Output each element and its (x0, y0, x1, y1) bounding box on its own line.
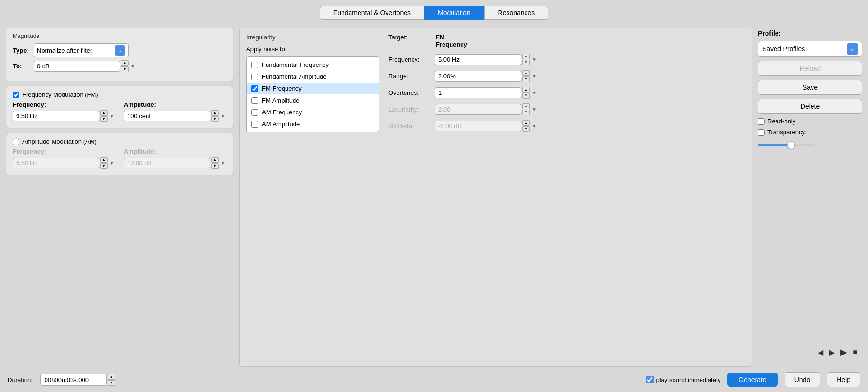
duration-up[interactable]: ▲ (108, 374, 115, 380)
fm-freq-dropdown[interactable]: ▼ (110, 113, 114, 119)
forward-button[interactable]: ▶ (829, 348, 835, 357)
am-amp-input[interactable] (124, 158, 210, 168)
irr-freq-dropdown[interactable]: ▼ (532, 57, 536, 62)
noise-check-am-freq[interactable] (251, 109, 258, 116)
fm-amp-input[interactable] (124, 111, 210, 121)
readonly-check-label[interactable]: Read-only (758, 118, 862, 125)
irr-overtones-input[interactable] (435, 87, 521, 98)
noise-check-fm-freq[interactable] (251, 85, 258, 92)
playback-controls: ◀ ▶ ▶ ■ (758, 347, 862, 367)
fm-freq-up[interactable]: ▲ (100, 110, 108, 116)
irr-range-up[interactable]: ▲ (522, 70, 530, 76)
delete-button[interactable]: Delete (758, 99, 862, 114)
irr-range-down[interactable]: ▼ (522, 76, 530, 82)
tab-modulation[interactable]: Modulation (424, 6, 484, 20)
noise-item-fund-amp[interactable]: Fundamental Amplitude (247, 71, 379, 83)
fm-checkbox[interactable] (13, 92, 19, 98)
help-button[interactable]: Help (827, 372, 860, 387)
noise-check-fund-freq[interactable] (251, 62, 258, 68)
irr-range-row: Range: ▲ ▼ ▼ (388, 70, 540, 82)
irr-lacunarity-label: Lacunarity: (388, 106, 431, 113)
irr-overtones-up[interactable]: ▲ (522, 87, 530, 93)
noise-check-fm-amp[interactable] (251, 97, 258, 104)
fm-amp-up[interactable]: ▲ (211, 110, 219, 116)
magnitude-to-spinners: ▲ ▼ (121, 60, 129, 72)
reload-button[interactable]: Reload (758, 61, 862, 76)
noise-item-am-freq[interactable]: AM Frequency (247, 106, 379, 118)
am-amp-dropdown[interactable]: ▼ (221, 160, 225, 166)
am-checkbox-label[interactable]: Amplitude Modulation (AM) (13, 138, 97, 145)
irr-dbdelta-down[interactable]: ▼ (522, 126, 530, 132)
irr-dbdelta-input[interactable] (435, 121, 521, 131)
noise-item-fund-freq[interactable]: Fundamental Frequency (247, 59, 379, 71)
profile-select[interactable]: Saved Profiles ⌄ (758, 41, 862, 57)
duration-down[interactable]: ▼ (108, 380, 115, 386)
fm-freq-input[interactable] (13, 111, 99, 121)
transparency-label: Transparency: (767, 129, 807, 136)
am-amp-up[interactable]: ▲ (211, 157, 219, 163)
tab-fundamental[interactable]: Fundamental & Overtones (320, 6, 424, 20)
undo-button[interactable]: Undo (785, 372, 820, 387)
irr-dbdelta-spin: ▲ ▼ ▼ (435, 120, 536, 132)
transparency-slider[interactable] (758, 144, 815, 146)
tab-resonances[interactable]: Resonances (484, 6, 549, 20)
magnitude-type-select[interactable]: Normalize after filter ⌄ (34, 43, 129, 57)
duration-spin: ▲ ▼ (40, 374, 115, 386)
fm-amp-down[interactable]: ▼ (211, 116, 219, 122)
magnitude-to-label: To: (13, 63, 30, 70)
transparency-checkbox[interactable] (758, 129, 765, 136)
irr-freq-down[interactable]: ▼ (522, 60, 530, 65)
target-area: Target: FMFrequency Frequency: ▲ ▼ ▼ (388, 34, 540, 361)
irr-lacunarity-input[interactable] (435, 104, 521, 115)
readonly-label: Read-only (767, 118, 795, 125)
readonly-checkbox[interactable] (758, 118, 765, 125)
irr-overtones-dropdown[interactable]: ▼ (532, 90, 536, 95)
magnitude-to-input[interactable] (34, 61, 120, 72)
stop-button[interactable]: ■ (853, 348, 858, 356)
play-immediately-checkbox[interactable] (646, 376, 654, 383)
irr-lacunarity-down[interactable]: ▼ (522, 110, 530, 115)
noise-item-fm-freq[interactable]: FM Frequency (247, 83, 379, 94)
am-freq-spin: ▲ ▼ ▼ (13, 157, 114, 169)
profile-select-arrow[interactable]: ⌄ (847, 43, 858, 55)
magnitude-to-dropdown[interactable]: ▼ (130, 64, 135, 69)
noise-item-fm-amp[interactable]: FM Amplitude (247, 94, 379, 106)
magnitude-to-up[interactable]: ▲ (121, 60, 129, 66)
transparency-check-label[interactable]: Transparency: (758, 129, 807, 136)
back-button[interactable]: ◀ (818, 348, 823, 357)
irr-overtones-down[interactable]: ▼ (522, 93, 530, 99)
magnitude-type-arrow[interactable]: ⌄ (115, 45, 125, 56)
fm-checkbox-label[interactable]: Frequency Modulation (FM) (13, 91, 98, 98)
irr-lacunarity-up[interactable]: ▲ (522, 103, 530, 109)
am-freq-input[interactable] (13, 158, 99, 168)
tab-bar: Fundamental & Overtones Modulation Reson… (0, 0, 868, 24)
irr-freq-input[interactable] (435, 54, 521, 65)
duration-input[interactable] (40, 374, 107, 386)
irr-dbdelta-dropdown[interactable]: ▼ (532, 123, 536, 129)
target-value: FMFrequency (436, 34, 467, 48)
noise-item-am-amp[interactable]: AM Amplitude (247, 118, 379, 130)
irr-freq-label: Frequency: (388, 56, 431, 63)
irr-lacunarity-dropdown[interactable]: ▼ (532, 107, 536, 112)
fm-amp-dropdown[interactable]: ▼ (221, 113, 225, 119)
am-amp-down[interactable]: ▼ (211, 163, 219, 169)
noise-label-am-amp: AM Amplitude (262, 121, 300, 128)
am-checkbox[interactable] (13, 139, 19, 145)
fm-freq-down[interactable]: ▼ (100, 116, 108, 122)
magnitude-to-down[interactable]: ▼ (121, 66, 129, 72)
irr-freq-up[interactable]: ▲ (522, 54, 530, 59)
am-freq-dropdown[interactable]: ▼ (110, 160, 114, 166)
irr-dbdelta-spinners: ▲ ▼ (522, 120, 530, 132)
irr-range-dropdown[interactable]: ▼ (532, 74, 536, 79)
noise-check-am-amp[interactable] (251, 121, 258, 128)
irr-range-input[interactable] (435, 71, 521, 82)
play-button[interactable]: ▶ (840, 347, 847, 357)
am-freq-up[interactable]: ▲ (100, 157, 108, 163)
irr-dbdelta-up[interactable]: ▲ (522, 120, 530, 126)
save-button[interactable]: Save (758, 80, 862, 95)
noise-check-fund-amp[interactable] (251, 74, 258, 80)
fm-freq-spinners: ▲ ▼ (100, 110, 108, 122)
play-immediately-label[interactable]: play sound immediately (646, 376, 721, 383)
generate-button[interactable]: Generate (727, 373, 777, 387)
am-freq-down[interactable]: ▼ (100, 163, 108, 169)
